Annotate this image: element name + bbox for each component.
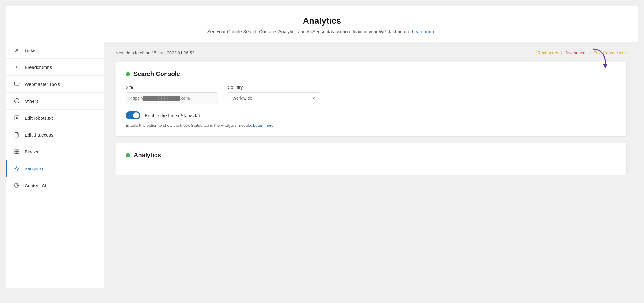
svg-rect-21 xyxy=(15,152,17,154)
analytics-status-dot xyxy=(126,153,130,157)
svg-point-0 xyxy=(16,50,18,51)
site-input[interactable] xyxy=(126,92,218,104)
toggle-slider xyxy=(126,111,140,119)
page-header: Analytics See your Google Search Console… xyxy=(6,6,638,42)
hint-text: Enable this option to show the Index Sta… xyxy=(126,123,617,128)
content-wrapper: Links Breadcrumbs Webm xyxy=(6,42,638,288)
form-row-site-country: Site Country Worldwide United States Uni… xyxy=(126,85,617,104)
svg-line-5 xyxy=(15,49,16,50)
sidebar: Links Breadcrumbs Webm xyxy=(6,42,104,288)
next-fetch-text: Next data fetch on 15 Jun, 2023 01:06:53 xyxy=(116,50,194,55)
top-actions-wrapper: Reconnect | Disconnect | Test Connection… xyxy=(537,50,627,55)
analytics-icon xyxy=(14,166,20,171)
robots-icon xyxy=(14,115,20,121)
sidebar-item-edit-robots[interactable]: Edit robots.txt xyxy=(6,110,104,126)
sidebar-label-edit-robots: Edit robots.txt xyxy=(25,115,53,121)
sidebar-item-edit-htaccess[interactable]: Edit .htaccess xyxy=(6,126,104,143)
htaccess-icon xyxy=(14,132,20,138)
hint-text-content: Enable this option to show the Index Sta… xyxy=(126,123,252,128)
svg-rect-9 xyxy=(15,82,19,85)
svg-rect-19 xyxy=(15,150,17,151)
sidebar-label-others: Others xyxy=(25,98,38,104)
form-group-site: Site xyxy=(126,85,218,104)
others-icon xyxy=(14,98,20,104)
sidebar-item-breadcrumbs[interactable]: Breadcrumbs xyxy=(6,59,104,76)
country-select[interactable]: Worldwide United States United Kingdom C… xyxy=(228,92,320,104)
links-icon xyxy=(14,47,20,53)
search-console-title: Search Console xyxy=(126,70,617,78)
index-status-toggle[interactable] xyxy=(126,111,140,119)
svg-line-7 xyxy=(18,49,18,50)
disconnect-link[interactable]: Disconnect xyxy=(565,50,587,55)
sidebar-item-webmaster-tools[interactable]: Webmaster Tools xyxy=(6,76,104,93)
country-label: Country xyxy=(228,85,320,90)
toggle-row: Enable the Index Status tab xyxy=(126,111,617,119)
top-actions: Reconnect | Disconnect | Test Connection… xyxy=(537,50,627,55)
sidebar-item-content-ai[interactable]: Content AI xyxy=(6,177,104,194)
sidebar-label-content-ai: Content AI xyxy=(25,183,46,188)
sidebar-label-webmaster-tools: Webmaster Tools xyxy=(25,82,60,87)
toggle-label-text: Enable the Index Status tab xyxy=(145,113,201,118)
arrow-indicator xyxy=(590,47,608,70)
sidebar-label-breadcrumbs: Breadcrumbs xyxy=(25,65,52,70)
sidebar-label-links: Links xyxy=(25,48,35,53)
learn-more-link[interactable]: Learn more xyxy=(412,29,436,34)
main-container: Analytics See your Google Search Console… xyxy=(6,6,638,288)
form-group-country: Country Worldwide United States United K… xyxy=(228,85,320,104)
breadcrumbs-icon xyxy=(14,64,20,70)
svg-rect-22 xyxy=(17,152,19,154)
search-console-title-text: Search Console xyxy=(134,70,180,78)
hint-learn-more-link[interactable]: Learn more. xyxy=(253,123,275,128)
svg-line-6 xyxy=(18,51,18,52)
search-console-card: Search Console Site Country Worldwide Un… xyxy=(116,62,627,137)
sidebar-label-blocks: Blocks xyxy=(25,149,38,154)
subtitle-text: See your Google Search Console, Analytic… xyxy=(207,29,411,34)
main-content: Next data fetch on 15 Jun, 2023 01:06:53… xyxy=(104,42,638,288)
sidebar-label-analytics: Analytics xyxy=(25,166,43,171)
blocks-icon xyxy=(14,149,20,154)
analytics-card-title-text: Analytics xyxy=(134,152,161,159)
reconnect-link[interactable]: Reconnect xyxy=(537,50,558,55)
content-ai-icon xyxy=(14,183,20,188)
sidebar-item-analytics[interactable]: Analytics xyxy=(6,160,104,177)
svg-marker-24 xyxy=(603,64,607,68)
analytics-card-title: Analytics xyxy=(126,152,617,159)
svg-rect-20 xyxy=(17,150,19,151)
sidebar-item-links[interactable]: Links xyxy=(6,42,104,59)
page-title: Analytics xyxy=(12,16,632,26)
separator-1: | xyxy=(561,50,562,55)
site-label: Site xyxy=(126,85,218,90)
svg-line-8 xyxy=(15,51,16,52)
sidebar-label-edit-htaccess: Edit .htaccess xyxy=(25,132,53,138)
sidebar-item-blocks[interactable]: Blocks xyxy=(6,143,104,160)
webmaster-icon xyxy=(14,81,20,87)
analytics-card: Analytics xyxy=(116,143,627,175)
sidebar-item-others[interactable]: Others xyxy=(6,93,104,110)
page-subtitle: See your Google Search Console, Analytic… xyxy=(12,29,632,34)
search-console-status-dot xyxy=(126,72,130,76)
top-bar: Next data fetch on 15 Jun, 2023 01:06:53… xyxy=(116,50,627,55)
